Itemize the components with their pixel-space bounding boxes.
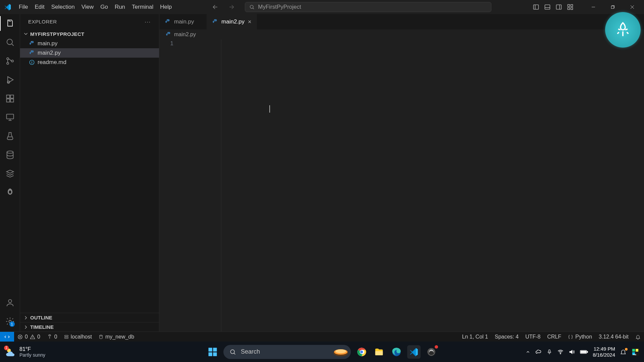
file-name: readme.md	[38, 59, 66, 66]
indentation-status[interactable]: Spaces: 4	[491, 334, 522, 340]
start-button[interactable]	[206, 345, 219, 359]
svg-point-19	[7, 151, 13, 153]
folder-header[interactable]: MYFIRSTPYPROJECT	[20, 29, 159, 39]
tray-wifi-icon[interactable]	[557, 349, 564, 355]
code-editor[interactable]: 1	[159, 40, 644, 331]
problems-status[interactable]: 0 0	[14, 332, 44, 342]
svg-point-0	[250, 5, 253, 8]
svg-rect-28	[64, 335, 68, 337]
taskbar-obs-icon[interactable]	[425, 345, 438, 359]
menu-help[interactable]: Help	[157, 2, 175, 12]
activity-accounts-icon[interactable]	[5, 297, 15, 308]
encoding-status[interactable]: UTF-8	[522, 334, 544, 340]
menu-terminal[interactable]: Terminal	[128, 2, 157, 12]
nav-forward-icon[interactable]	[228, 4, 235, 10]
text-cursor	[269, 105, 270, 113]
nav-arrows	[212, 4, 235, 10]
taskbar-vscode-icon[interactable]	[407, 345, 421, 359]
more-actions-icon[interactable]: ···	[145, 19, 151, 24]
svg-point-20	[8, 300, 11, 303]
file-item-readme-md[interactable]: readme.md	[20, 58, 159, 67]
info-file-icon	[29, 59, 35, 65]
taskbar-edge-icon[interactable]	[390, 345, 403, 359]
nav-back-icon[interactable]	[212, 4, 219, 10]
tab-main2-py[interactable]: main2.py ×	[207, 14, 257, 29]
panel-title-label: EXPLORER	[28, 19, 57, 24]
activity-explorer-icon[interactable]	[5, 18, 15, 29]
toggle-panel-icon[interactable]	[544, 4, 551, 10]
taskbar-file-explorer-icon[interactable]	[372, 345, 386, 359]
tray-notifications-icon[interactable]	[620, 349, 627, 355]
activity-remote-explorer-icon[interactable]	[5, 112, 15, 123]
tab-main-py[interactable]: main.py ×	[159, 14, 207, 29]
activity-settings-icon[interactable]: 1	[5, 316, 15, 327]
menu-file[interactable]: File	[15, 2, 31, 12]
notifications-icon[interactable]	[632, 334, 644, 340]
menu-edit[interactable]: Edit	[31, 2, 48, 12]
toggle-primary-sidebar-icon[interactable]	[533, 4, 539, 10]
activity-testing-icon[interactable]	[5, 131, 15, 141]
tray-battery-icon[interactable]	[580, 349, 588, 355]
timeline-section[interactable]: TIMELINE	[20, 322, 159, 331]
menu-view[interactable]: View	[78, 2, 97, 12]
activity-foresight-icon[interactable]	[5, 187, 15, 198]
db-name: my_new_db	[105, 334, 134, 340]
taskbar-clock[interactable]: 12:49 PM 8/16/2024	[593, 346, 615, 358]
cursor-position[interactable]: Ln 1, Col 1	[459, 334, 491, 340]
customize-layout-icon[interactable]	[567, 4, 574, 10]
interpreter-status[interactable]: 3.12.4 64-bit	[595, 334, 632, 340]
menu-go[interactable]: Go	[97, 2, 111, 12]
window-maximize-button[interactable]	[603, 0, 623, 14]
activity-database-icon[interactable]	[5, 149, 15, 160]
python-file-icon	[29, 41, 35, 47]
breadcrumbs[interactable]: main2.py	[159, 29, 644, 40]
ports-status[interactable]: 0	[44, 332, 61, 342]
eol-status[interactable]: CRLF	[544, 334, 565, 340]
window-minimize-button[interactable]	[584, 0, 603, 14]
taskbar-chrome-icon[interactable]	[355, 345, 368, 359]
file-item-main2-py[interactable]: main2.py	[20, 48, 159, 58]
braces-icon	[568, 334, 573, 340]
activity-run-debug-icon[interactable]	[5, 74, 15, 85]
menu-selection[interactable]: Selection	[48, 2, 78, 12]
editor-group: main.py × main2.py × main2.py 1	[159, 14, 644, 331]
activity-extensions-icon[interactable]	[5, 93, 15, 104]
remote-indicator[interactable]	[0, 332, 14, 342]
status-bar: 0 0 0 localhost my_new_db Ln 1, Col 1 Sp…	[0, 331, 644, 342]
system-tray: 12:49 PM 8/16/2024 PRE	[526, 346, 639, 358]
file-item-main-py[interactable]: main.py	[20, 39, 159, 48]
db-host-status[interactable]: localhost	[61, 332, 95, 342]
db-name-status[interactable]: my_new_db	[95, 332, 138, 342]
editor-ruler	[221, 40, 221, 331]
windows-taskbar: 1 81°F Partly sunny Search	[0, 342, 644, 362]
extension-badge-icon[interactable]	[605, 12, 641, 48]
tray-onedrive-icon[interactable]	[535, 349, 542, 355]
activity-source-control-icon[interactable]	[5, 56, 15, 66]
tray-overflow-icon[interactable]	[526, 350, 530, 354]
svg-rect-5	[571, 5, 573, 7]
svg-rect-32	[209, 348, 212, 351]
svg-point-36	[230, 350, 234, 354]
activity-stack-icon[interactable]	[5, 168, 15, 179]
close-tab-icon[interactable]: ×	[248, 18, 252, 25]
language-mode[interactable]: Python	[565, 334, 595, 340]
svg-rect-52	[581, 351, 586, 353]
taskbar-search[interactable]: Search	[223, 345, 351, 359]
taskbar-weather[interactable]: 1 81°F Partly sunny	[5, 346, 45, 358]
svg-rect-17	[10, 95, 13, 98]
search-icon	[249, 4, 255, 10]
editor-tabs: main.py × main2.py ×	[159, 14, 644, 29]
menu-run[interactable]: Run	[111, 2, 128, 12]
toggle-secondary-sidebar-icon[interactable]	[555, 4, 562, 10]
file-name: main2.py	[38, 50, 61, 56]
outline-section[interactable]: OUTLINE	[20, 313, 159, 322]
svg-point-22	[31, 42, 31, 42]
tray-pycharm-icon[interactable]: PRE	[631, 348, 639, 356]
code-content[interactable]	[178, 40, 644, 331]
activity-search-icon[interactable]	[5, 37, 15, 48]
tray-volume-icon[interactable]	[569, 349, 575, 355]
command-center-search[interactable]: MyFirstPyProject	[245, 2, 491, 12]
svg-point-11	[7, 62, 9, 64]
tray-microphone-icon[interactable]	[546, 349, 552, 355]
title-bar: File Edit Selection View Go Run Terminal…	[0, 0, 644, 14]
